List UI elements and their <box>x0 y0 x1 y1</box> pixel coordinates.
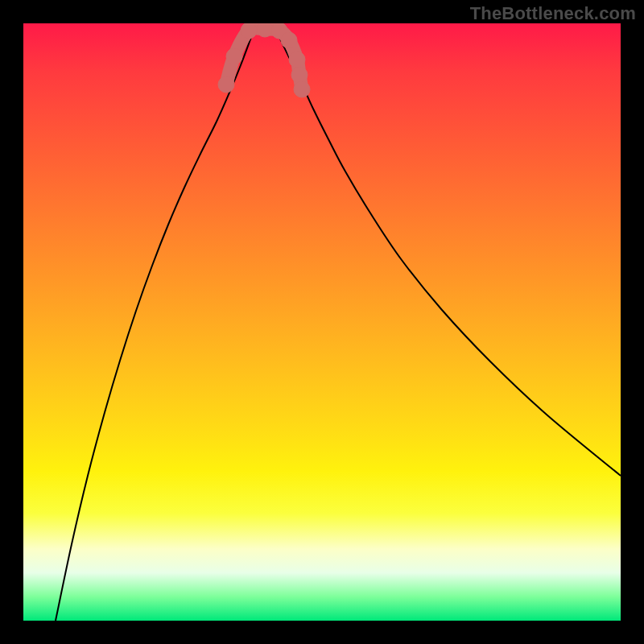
curve-left-branch <box>56 23 265 621</box>
marker-point <box>257 23 273 37</box>
chart-frame: TheBottleneck.com <box>0 0 644 644</box>
marker-point <box>289 52 305 68</box>
marker-point <box>271 23 287 39</box>
marker-point <box>226 48 242 64</box>
marker-point <box>291 67 308 83</box>
plot-area <box>23 23 621 621</box>
chart-svg <box>23 23 621 621</box>
marker-point <box>281 32 297 48</box>
marker-point <box>218 76 234 93</box>
marker-point <box>241 23 257 39</box>
watermark-text: TheBottleneck.com <box>470 3 636 24</box>
curve-right-branch <box>265 23 621 476</box>
markers-group <box>218 23 310 97</box>
marker-point <box>294 81 310 97</box>
marker-connector <box>226 28 302 89</box>
